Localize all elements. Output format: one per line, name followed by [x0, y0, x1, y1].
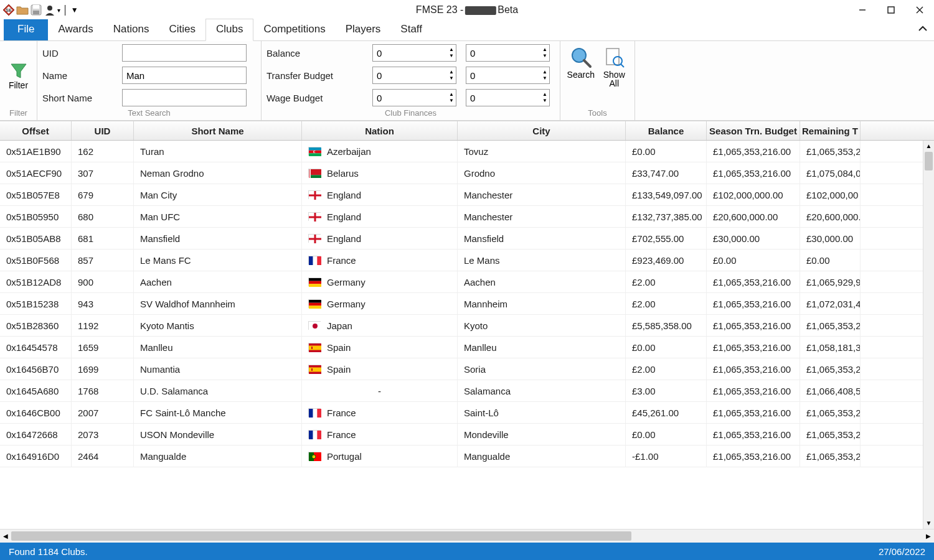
tab-cities[interactable]: Cities: [159, 19, 205, 40]
wage-max-spinner[interactable]: ▲▼: [466, 89, 550, 106]
wage-min-spinner[interactable]: ▲▼: [372, 89, 456, 106]
qat-dropdown-icon[interactable]: ▾: [57, 7, 60, 14]
svg-rect-43: [309, 303, 321, 306]
spin-up-icon[interactable]: ▲: [447, 69, 456, 75]
table-row[interactable]: 0x51AE1B90162TuranAzerbaijanTovuz£0.00£1…: [0, 141, 934, 162]
scroll-up-icon[interactable]: ▲: [923, 141, 934, 152]
svg-rect-40: [309, 281, 321, 284]
table-row[interactable]: 0x16456B701699NumantiaSpainSoria£2.00£1,…: [0, 358, 934, 380]
open-folder-icon[interactable]: [16, 4, 29, 16]
tab-staff[interactable]: Staff: [390, 19, 432, 40]
name-input[interactable]: [122, 67, 247, 84]
table-row[interactable]: 0x1646CB002007FC Saint-Lô MancheFranceSa…: [0, 402, 934, 424]
table-row[interactable]: 0x51B15238943SV Waldhof MannheimGermanyM…: [0, 293, 934, 315]
spin-down-icon[interactable]: ▼: [540, 75, 549, 82]
table-row[interactable]: 0x51AECF90307Neman GrodnoBelarusGrodno£3…: [0, 162, 934, 184]
table-row[interactable]: 0x51B05AB8681MansfieldEnglandMansfield£7…: [0, 228, 934, 250]
vertical-scrollbar[interactable]: ▲ ▼: [923, 141, 934, 529]
col-header-city[interactable]: City: [458, 121, 626, 140]
table-row[interactable]: 0x51B0F568857Le Mans FCFranceLe Mans£923…: [0, 250, 934, 271]
horizontal-scrollbar[interactable]: ◀ ▶: [0, 529, 934, 543]
show-all-button[interactable]: Show All: [599, 44, 630, 107]
table-row[interactable]: 0x51B05950680Man UFCEnglandManchester£13…: [0, 206, 934, 228]
cell-shortname: Mangualde: [134, 446, 302, 467]
col-header-shortname[interactable]: Short Name: [134, 121, 302, 140]
spin-down-icon[interactable]: ▼: [540, 53, 549, 59]
save-icon[interactable]: [30, 4, 42, 16]
table-row[interactable]: 0x164545781659ManlleuSpainManlleu£0.00£1…: [0, 337, 934, 358]
cell-shortname: SV Waldhof Mannheim: [134, 293, 302, 314]
tab-file[interactable]: File: [4, 19, 48, 40]
cell-nation: Germany: [302, 293, 458, 314]
cell-nation: France: [302, 402, 458, 423]
tab-competitions[interactable]: Competitions: [253, 19, 335, 40]
svg-rect-56: [309, 431, 313, 439]
tab-awards[interactable]: Awards: [48, 19, 103, 40]
version-redacted: [465, 6, 496, 15]
close-button[interactable]: [905, 0, 934, 20]
table-row[interactable]: 0x51B283601192Kyoto MantisJapanKyoto£5,5…: [0, 315, 934, 337]
spin-up-icon[interactable]: ▲: [540, 69, 549, 75]
svg-rect-25: [309, 169, 310, 178]
cell-uid: 307: [72, 162, 134, 184]
spin-up-icon[interactable]: ▲: [540, 91, 549, 98]
vscroll-thumb[interactable]: [925, 152, 933, 170]
svg-text:SE: SE: [6, 8, 12, 12]
table-row[interactable]: 0x1645A6801768U.D. Salamanca-Salamanca£3…: [0, 380, 934, 402]
spin-up-icon[interactable]: ▲: [447, 47, 456, 53]
ribbon-body: Filter Filter UID Name Short Name Text S…: [0, 41, 934, 121]
ribbon-collapse-icon[interactable]: [918, 24, 928, 35]
spin-down-icon[interactable]: ▼: [447, 98, 456, 104]
flag-icon: [308, 190, 321, 199]
col-header-uid[interactable]: UID: [72, 121, 134, 140]
cell-season-budget: £102,000,000.00: [707, 184, 800, 205]
table-row[interactable]: 0x164726682073USON MondevilleFranceMonde…: [0, 424, 934, 446]
scroll-down-icon[interactable]: ▼: [923, 518, 934, 529]
table-row[interactable]: 0x164916D02464MangualdePortugalMangualde…: [0, 446, 934, 467]
cell-season-budget: £1,065,353,216.00: [707, 358, 800, 380]
col-header-nation[interactable]: Nation: [302, 121, 458, 140]
shortname-input[interactable]: [122, 89, 247, 106]
col-header-remaining[interactable]: Remaining T: [800, 121, 861, 140]
spin-down-icon[interactable]: ▼: [447, 75, 456, 82]
cell-nation: France: [302, 250, 458, 271]
hscroll-thumb[interactable]: [11, 531, 631, 541]
spin-down-icon[interactable]: ▼: [447, 53, 456, 59]
cell-season-budget: £1,065,353,216.00: [707, 141, 800, 162]
col-header-season-budget[interactable]: Season Trn. Budget: [707, 121, 800, 140]
qat-customize-icon[interactable]: ▼: [71, 6, 78, 14]
cell-season-budget: £1,065,353,216.00: [707, 446, 800, 467]
tab-clubs[interactable]: Clubs: [205, 19, 253, 41]
uid-input[interactable]: [122, 44, 247, 62]
transfer-max-spinner[interactable]: ▲▼: [466, 67, 550, 84]
cell-offset: 0x1645A680: [0, 380, 72, 401]
spin-down-icon[interactable]: ▼: [540, 98, 549, 104]
grid-body[interactable]: 0x51AE1B90162TuranAzerbaijanTovuz£0.00£1…: [0, 141, 934, 529]
tab-players[interactable]: Players: [336, 19, 391, 40]
filter-button[interactable]: Filter: [5, 44, 32, 107]
scroll-left-icon[interactable]: ◀: [0, 533, 11, 539]
col-header-balance[interactable]: Balance: [626, 121, 707, 140]
cell-season-budget: £1,065,353,216.00: [707, 162, 800, 184]
transfer-min-spinner[interactable]: ▲▼: [372, 67, 456, 84]
search-button[interactable]: Search: [565, 44, 597, 107]
cell-uid: 857: [72, 250, 134, 271]
user-icon[interactable]: [44, 4, 56, 16]
spin-up-icon[interactable]: ▲: [447, 91, 456, 98]
col-header-offset[interactable]: Offset: [0, 121, 72, 140]
table-row[interactable]: 0x51B12AD8900AachenGermanyAachen£2.00£1,…: [0, 271, 934, 293]
cell-remaining: £1,065,353,2: [800, 402, 861, 423]
tab-nations[interactable]: Nations: [103, 19, 159, 40]
minimize-button[interactable]: [848, 0, 877, 20]
cell-uid: 680: [72, 206, 134, 227]
spin-up-icon[interactable]: ▲: [540, 47, 549, 53]
cell-city: Aachen: [458, 271, 626, 292]
balance-min-spinner[interactable]: ▲▼: [372, 44, 456, 62]
balance-max-spinner[interactable]: ▲▼: [466, 44, 550, 62]
svg-rect-8: [888, 7, 894, 13]
maximize-button[interactable]: [877, 0, 905, 20]
cell-shortname: Neman Grodno: [134, 162, 302, 184]
scroll-right-icon[interactable]: ▶: [923, 533, 934, 539]
cell-city: Manchester: [458, 184, 626, 205]
table-row[interactable]: 0x51B057E8679Man CityEnglandManchester£1…: [0, 184, 934, 206]
